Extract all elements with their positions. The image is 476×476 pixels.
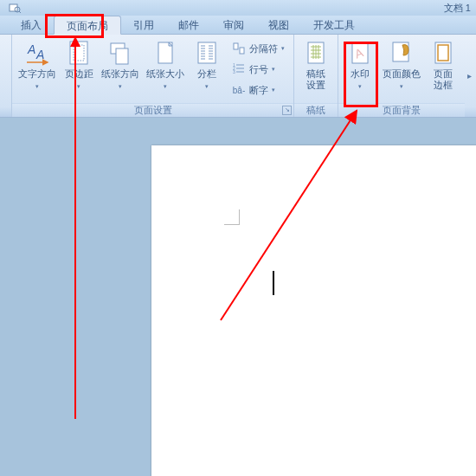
hyphenation-icon: bâ- [232, 83, 246, 97]
columns-button[interactable]: 分栏▾ [188, 36, 226, 93]
ribbon: AA 文字方向▾ 页边距▾ 纸张方向▾ 纸张大小▾ [0, 35, 476, 118]
chevron-down-icon: ▾ [205, 83, 209, 89]
group-drafts: 稿纸 设置 稿纸 [294, 35, 338, 117]
margins-icon [65, 39, 93, 67]
text-direction-button[interactable]: AA 文字方向▾ [15, 36, 60, 93]
title-bar: 文档 1 [0, 0, 476, 16]
breaks-icon [232, 42, 246, 55]
page-color-button[interactable]: 页面颜色▾ [379, 36, 424, 93]
svg-rect-25 [234, 43, 238, 49]
svg-rect-26 [240, 48, 244, 54]
chevron-down-icon: ▾ [281, 45, 285, 52]
quick-access-print-preview[interactable] [5, 0, 24, 16]
page-border-icon [429, 39, 457, 67]
watermark-icon: A [346, 39, 374, 67]
svg-rect-0 [10, 4, 17, 11]
dialog-launcher-icon[interactable]: ↘ [282, 106, 292, 115]
chevron-down-icon: ▾ [400, 83, 403, 89]
line-numbers-button[interactable]: 123 行号▾ [229, 60, 287, 79]
orientation-button[interactable]: 纸张方向▾ [98, 36, 143, 93]
paper-size-icon [151, 39, 179, 67]
chevron-down-icon: ▾ [119, 83, 122, 89]
hyphenation-button[interactable]: bâ- 断字▾ [229, 80, 287, 100]
group-label-drafts: 稿纸 [294, 103, 338, 117]
chevron-down-icon: ▾ [35, 83, 39, 89]
tab-references[interactable]: 引用 [121, 16, 166, 35]
page-border-button[interactable]: 页面 边框 [424, 36, 462, 92]
columns-icon [193, 39, 221, 67]
tab-developer[interactable]: 开发工具 [301, 16, 367, 35]
watermark-button[interactable]: A 水印▾ [341, 36, 379, 93]
group-label-page-background: 页面背景 [338, 103, 465, 117]
ribbon-scroll-right[interactable]: ▸ [465, 35, 473, 117]
document-area [0, 119, 476, 476]
breaks-button[interactable]: 分隔符▾ [229, 39, 287, 58]
tab-review[interactable]: 审阅 [211, 16, 256, 35]
text-cursor [273, 271, 274, 295]
svg-rect-10 [116, 48, 128, 64]
ribbon-tabs: 插入 页面布局 引用 邮件 审阅 视图 开发工具 [0, 16, 476, 35]
tab-insert[interactable]: 插入 [9, 16, 54, 35]
svg-line-2 [19, 11, 21, 13]
margin-corner-marker [224, 209, 240, 225]
chevron-down-icon: ▾ [358, 83, 362, 89]
orientation-icon [106, 39, 134, 67]
group-page-setup: AA 文字方向▾ 页边距▾ 纸张方向▾ 纸张大小▾ [12, 35, 294, 117]
document-title: 文档 1 [444, 3, 471, 13]
text-direction-icon: AA [23, 39, 51, 67]
tab-page-layout[interactable]: 页面布局 [54, 16, 121, 35]
svg-text:A: A [35, 48, 44, 61]
chevron-down-icon: ▾ [272, 87, 275, 93]
line-numbers-icon: 123 [232, 62, 246, 76]
draft-settings-button[interactable]: 稿纸 设置 [297, 36, 335, 92]
svg-text:3: 3 [233, 69, 235, 74]
tab-mail[interactable]: 邮件 [166, 16, 211, 35]
page-color-icon [388, 39, 415, 67]
margins-button[interactable]: 页边距▾ [60, 36, 98, 93]
chevron-down-icon: ▾ [272, 66, 275, 73]
chevron-down-icon: ▾ [164, 83, 167, 89]
chevron-down-icon: ▾ [77, 83, 80, 89]
paper-size-button[interactable]: 纸张大小▾ [143, 36, 188, 93]
svg-text:A: A [27, 42, 35, 56]
group-label-page-setup: 页面设置 ↘ [12, 103, 293, 117]
group-page-background: A 水印▾ 页面颜色▾ 页面 边框 页面背景 [338, 35, 465, 117]
document-page[interactable] [151, 145, 476, 476]
draft-icon [302, 39, 330, 67]
tab-view[interactable]: 视图 [256, 16, 301, 35]
